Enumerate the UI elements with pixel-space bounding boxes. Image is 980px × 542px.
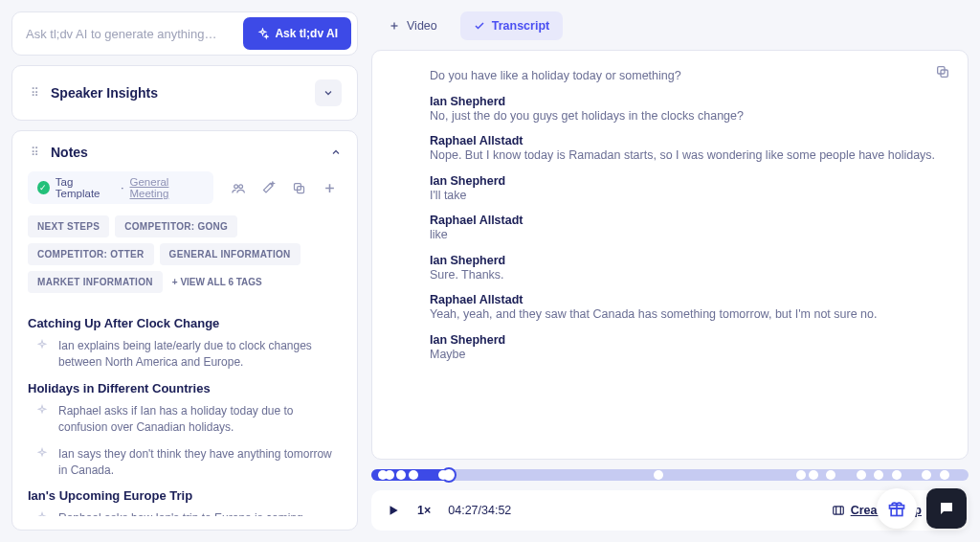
drag-icon: ⠿ bbox=[28, 146, 41, 159]
ask-ai-label: Ask tl;dv AI bbox=[275, 27, 338, 40]
transcript-item[interactable]: Raphael Allstadtlike bbox=[430, 214, 948, 244]
note-text: Ian explains being late/early due to clo… bbox=[58, 338, 340, 372]
timeline-mark[interactable] bbox=[874, 470, 883, 480]
speaker-insights-card: ⠿ Speaker Insights bbox=[11, 65, 358, 121]
transcript-speaker: Raphael Allstadt bbox=[430, 214, 948, 227]
playback-time: 04:27/34:52 bbox=[448, 504, 511, 517]
notes-title: Notes bbox=[51, 145, 321, 160]
tag-chip[interactable]: MARKET INFORMATION bbox=[28, 271, 163, 293]
transcript-item[interactable]: Ian ShepherdSure. Thanks. bbox=[430, 254, 948, 284]
notes-toolbar: ✓ Tag Template · General Meeting bbox=[28, 171, 342, 204]
transcript-line: Maybe bbox=[430, 347, 948, 364]
svg-point-1 bbox=[239, 184, 243, 188]
chevron-down-icon[interactable] bbox=[315, 79, 342, 106]
timeline-mark[interactable] bbox=[654, 470, 663, 480]
playback-speed[interactable]: 1× bbox=[417, 504, 431, 517]
sparkle-icon bbox=[35, 339, 49, 372]
tag-chip[interactable]: COMPETITOR: GONG bbox=[115, 215, 237, 237]
transcript-speaker: Ian Shepherd bbox=[430, 174, 948, 188]
note-text: Raphael asks if Ian has a holiday today … bbox=[58, 403, 340, 437]
section-title: Catching Up After Clock Change bbox=[28, 316, 340, 330]
tab-transcript-label: Transcript bbox=[492, 19, 549, 33]
notes-sections: Catching Up After Clock ChangeIan explai… bbox=[28, 306, 342, 516]
timeline[interactable] bbox=[371, 469, 969, 481]
transcript-speaker: Raphael Allstadt bbox=[430, 134, 948, 147]
section-title: Ian's Upcoming Europe Trip bbox=[28, 488, 340, 503]
chat-support-button[interactable] bbox=[926, 488, 967, 529]
timeline-mark[interactable] bbox=[809, 470, 818, 480]
magic-wand-button[interactable] bbox=[256, 174, 280, 201]
transcript-item[interactable]: Raphael AllstadtYeah, yeah, and they saw… bbox=[430, 293, 948, 324]
chevron-up-icon[interactable] bbox=[330, 147, 342, 158]
check-icon bbox=[474, 20, 485, 32]
play-button[interactable] bbox=[387, 504, 400, 517]
note-text: Raphael asks how Ian's trip to Europe is… bbox=[58, 510, 340, 516]
tags-row: NEXT STEPSCOMPETITOR: GONGCOMPETITOR: OT… bbox=[28, 215, 342, 293]
tabs: Video Transcript bbox=[371, 11, 969, 40]
drag-icon: ⠿ bbox=[28, 86, 41, 100]
ask-ai-button[interactable]: Ask tl;dv AI bbox=[243, 17, 351, 50]
svg-point-0 bbox=[234, 184, 238, 188]
timeline-mark[interactable] bbox=[857, 470, 866, 480]
note-bullet[interactable]: Raphael asks if Ian has a holiday today … bbox=[28, 403, 340, 437]
tag-chip[interactable]: COMPETITOR: OTTER bbox=[28, 243, 154, 265]
speaker-insights-title: Speaker Insights bbox=[51, 85, 305, 101]
svg-marker-10 bbox=[390, 506, 398, 514]
sparkle-icon bbox=[35, 511, 49, 516]
view-all-tags[interactable]: + VIEW ALL 6 TAGS bbox=[168, 271, 266, 293]
copy-transcript-button[interactable] bbox=[935, 64, 950, 79]
note-bullet[interactable]: Raphael asks how Ian's trip to Europe is… bbox=[28, 510, 340, 516]
tab-video-label: Video bbox=[407, 19, 437, 33]
tag-template-button[interactable]: ✓ Tag Template · General Meeting bbox=[28, 171, 213, 204]
transcript-line: Do you have like a holiday today or some… bbox=[430, 68, 948, 85]
notes-card: ⠿ Notes ✓ Tag Template · General Meeting bbox=[11, 130, 358, 531]
tab-transcript[interactable]: Transcript bbox=[460, 11, 563, 40]
transcript-line: Sure. Thanks. bbox=[430, 267, 948, 284]
speaker-insights-toggle[interactable]: ⠿ Speaker Insights bbox=[28, 79, 342, 106]
gift-button[interactable] bbox=[877, 488, 917, 529]
plus-icon bbox=[389, 20, 400, 32]
ai-prompt-bar: Ask tl;dv AI bbox=[11, 11, 358, 56]
transcript-item[interactable]: Ian ShepherdI'll take bbox=[430, 174, 948, 205]
check-icon: ✓ bbox=[37, 181, 50, 194]
svg-rect-11 bbox=[833, 507, 843, 514]
note-bullet[interactable]: Ian says they don't think they have anyt… bbox=[28, 446, 340, 480]
transcript-line: like bbox=[430, 227, 948, 244]
tag-chip[interactable]: GENERAL INFORMATION bbox=[160, 243, 301, 265]
transcript-item[interactable]: Do you have like a holiday today or some… bbox=[430, 68, 948, 85]
timeline-mark[interactable] bbox=[826, 470, 835, 480]
timeline-mark[interactable] bbox=[922, 470, 931, 480]
transcript-line: No, just the do you guys get holidays in… bbox=[430, 108, 948, 125]
tab-video[interactable]: Video bbox=[375, 11, 451, 40]
transcript-line: Yeah, yeah, and they saw that Canada has… bbox=[430, 306, 948, 324]
transcript-item[interactable]: Ian ShepherdNo, just the do you guys get… bbox=[430, 95, 948, 125]
timeline-mark[interactable] bbox=[892, 470, 902, 480]
share-button[interactable] bbox=[225, 174, 250, 201]
sparkle-icon bbox=[35, 447, 49, 480]
timeline-mark[interactable] bbox=[385, 470, 394, 480]
tag-template-link: General Meeting bbox=[130, 176, 205, 199]
transcript-speaker: Ian Shepherd bbox=[430, 333, 948, 347]
transcript-panel: Do you have like a holiday today or some… bbox=[371, 50, 969, 460]
tag-chip[interactable]: NEXT STEPS bbox=[28, 215, 109, 237]
timeline-mark[interactable] bbox=[796, 470, 806, 480]
transcript-item[interactable]: Raphael AllstadtNope. But I know today i… bbox=[430, 134, 948, 165]
transcript-line: Nope. But I know today is Ramadan starts… bbox=[430, 147, 948, 165]
sparkle-icon bbox=[256, 28, 269, 40]
section-title: Holidays in Different Countries bbox=[28, 381, 340, 395]
transcript-speaker: Ian Shepherd bbox=[430, 95, 948, 108]
transcript-item[interactable]: Ian ShepherdMaybe bbox=[430, 333, 948, 364]
note-text: Ian says they don't think they have anyt… bbox=[58, 446, 340, 480]
notes-toggle[interactable]: ⠿ Notes bbox=[28, 145, 342, 160]
timeline-mark[interactable] bbox=[940, 470, 949, 480]
transcript-speaker: Raphael Allstadt bbox=[430, 293, 948, 306]
add-button[interactable] bbox=[317, 174, 342, 201]
timeline-mark[interactable] bbox=[438, 470, 448, 480]
tag-template-label: Tag Template bbox=[56, 176, 115, 199]
transcript-speaker: Ian Shepherd bbox=[430, 254, 948, 267]
ai-prompt-input[interactable] bbox=[26, 27, 235, 41]
timeline-mark[interactable] bbox=[409, 470, 418, 480]
sparkle-icon bbox=[35, 404, 49, 437]
copy-button[interactable] bbox=[286, 174, 311, 201]
note-bullet[interactable]: Ian explains being late/early due to clo… bbox=[28, 338, 340, 372]
